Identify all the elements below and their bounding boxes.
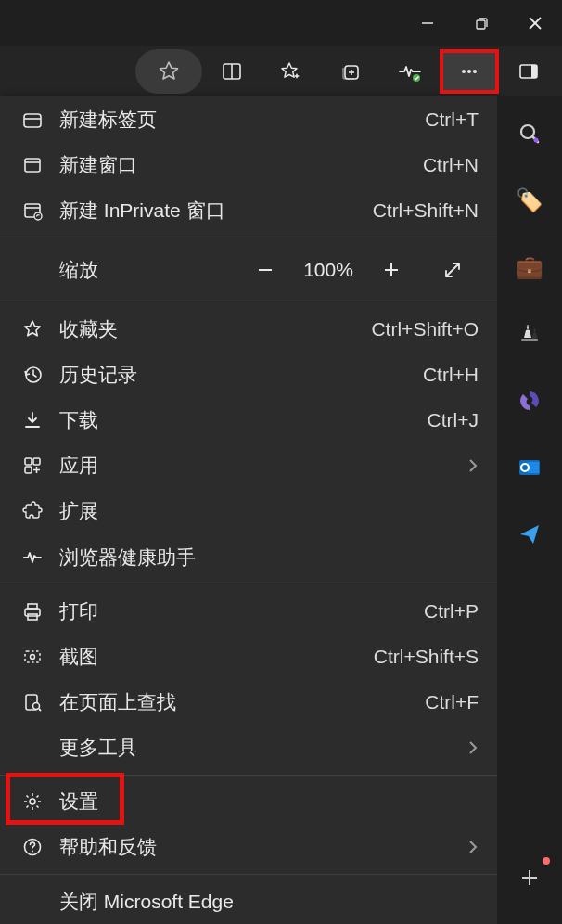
screenshot-label: 截图 <box>59 644 374 670</box>
find-on-page-shortcut: Ctrl+F <box>425 691 479 713</box>
panel-toggle-button[interactable] <box>499 49 558 94</box>
zoom-out-button[interactable] <box>239 249 291 291</box>
history-label: 历史记录 <box>59 362 423 388</box>
svg-rect-1 <box>477 20 485 29</box>
svg-point-37 <box>30 799 35 804</box>
help-feedback-label: 帮助和反馈 <box>59 834 467 860</box>
star-button[interactable] <box>135 49 202 94</box>
svg-rect-31 <box>28 614 37 620</box>
new-tab-menu-item[interactable]: 新建标签页 Ctrl+T <box>0 96 497 142</box>
favorites-sparkle-button[interactable] <box>262 49 321 94</box>
favorites-shortcut: Ctrl+Shift+O <box>371 318 479 340</box>
favorites-label: 收藏夹 <box>59 316 371 342</box>
chevron-right-icon <box>467 740 479 755</box>
minimize-button[interactable] <box>404 5 451 42</box>
settings-label: 设置 <box>59 789 479 815</box>
maximize-button[interactable] <box>458 5 505 42</box>
find-icon <box>19 692 46 712</box>
find-on-page-label: 在页面上查找 <box>59 689 425 715</box>
settings-menu: 新建标签页 Ctrl+T 新建窗口 Ctrl+N 新建 InPrivate 窗口… <box>0 96 497 924</box>
new-window-shortcut: Ctrl+N <box>423 154 479 176</box>
svg-rect-43 <box>521 339 538 341</box>
print-icon <box>19 601 46 622</box>
new-tab-label: 新建标签页 <box>59 107 425 133</box>
svg-rect-27 <box>33 458 40 465</box>
sidebar-send-button[interactable] <box>511 516 548 553</box>
close-app-menu-item[interactable]: 关闭 Microsoft Edge <box>0 879 497 924</box>
sidebar-office-button[interactable] <box>511 382 548 419</box>
favorites-menu-item[interactable]: 收藏夹 Ctrl+Shift+O <box>0 306 497 352</box>
toolbar <box>0 46 562 96</box>
separator <box>0 302 497 302</box>
screenshot-shortcut: Ctrl+Shift+S <box>374 646 479 668</box>
new-tab-shortcut: Ctrl+T <box>425 109 479 131</box>
svg-point-42 <box>534 138 539 143</box>
sidebar-add-button[interactable] <box>511 859 548 896</box>
chevron-right-icon <box>467 840 479 854</box>
zoom-row: 缩放 100% <box>0 241 497 298</box>
svg-rect-32 <box>25 651 40 662</box>
svg-point-10 <box>462 70 466 73</box>
titlebar <box>0 0 562 46</box>
apps-icon <box>19 456 46 476</box>
svg-point-35 <box>33 702 40 709</box>
inprivate-icon <box>19 200 46 221</box>
zoom-in-button[interactable] <box>365 249 417 291</box>
svg-point-39 <box>32 851 33 853</box>
split-screen-button[interactable] <box>202 49 262 94</box>
svg-point-11 <box>467 70 471 73</box>
history-menu-item[interactable]: 历史记录 Ctrl+H <box>0 352 497 397</box>
new-window-label: 新建窗口 <box>59 152 423 178</box>
new-window-menu-item[interactable]: 新建窗口 Ctrl+N <box>0 142 497 187</box>
edge-sidebar: 🏷️ 💼 <box>497 96 562 924</box>
sidebar-briefcase-button[interactable]: 💼 <box>511 249 548 286</box>
sidebar-outlook-button[interactable] <box>511 449 548 486</box>
more-button[interactable] <box>440 49 499 94</box>
notification-dot <box>543 857 550 865</box>
briefcase-icon: 💼 <box>516 256 543 278</box>
help-feedback-menu-item[interactable]: 帮助和反馈 <box>0 825 497 870</box>
sidebar-search-button[interactable] <box>511 115 548 152</box>
sidebar-tag-button[interactable]: 🏷️ <box>511 182 548 219</box>
history-icon <box>19 365 46 385</box>
chevron-right-icon <box>467 458 479 473</box>
zoom-label: 缩放 <box>59 257 198 283</box>
close-app-label: 关闭 Microsoft Edge <box>59 889 479 915</box>
print-label: 打印 <box>59 598 424 624</box>
fullscreen-button[interactable] <box>427 249 479 291</box>
star-icon <box>19 319 46 340</box>
find-on-page-menu-item[interactable]: 在页面上查找 Ctrl+F <box>0 679 497 725</box>
downloads-shortcut: Ctrl+J <box>428 409 479 431</box>
downloads-menu-item[interactable]: 下载 Ctrl+J <box>0 398 497 443</box>
apps-menu-item[interactable]: 应用 <box>0 443 497 489</box>
heartbeat-icon <box>19 547 46 568</box>
settings-menu-item[interactable]: 设置 <box>0 779 497 825</box>
download-icon <box>19 410 46 430</box>
close-button[interactable] <box>512 5 558 42</box>
new-inprivate-shortcut: Ctrl+Shift+N <box>373 199 479 222</box>
gear-icon <box>19 791 46 812</box>
svg-point-33 <box>31 654 35 659</box>
new-inprivate-menu-item[interactable]: 新建 InPrivate 窗口 Ctrl+Shift+N <box>0 187 497 233</box>
svg-rect-26 <box>25 458 32 465</box>
collections-button[interactable] <box>321 49 380 94</box>
window-icon <box>19 155 46 175</box>
svg-rect-14 <box>531 65 537 78</box>
browser-health-button[interactable] <box>380 49 440 94</box>
svg-point-12 <box>473 70 477 73</box>
print-menu-item[interactable]: 打印 Ctrl+P <box>0 588 497 634</box>
svg-rect-28 <box>25 467 32 473</box>
extensions-menu-item[interactable]: 扩展 <box>0 489 497 534</box>
separator <box>0 237 497 237</box>
tab-icon <box>19 109 46 130</box>
browser-health-menu-item[interactable]: 浏览器健康助手 <box>0 534 497 580</box>
apps-label: 应用 <box>59 453 467 479</box>
more-tools-menu-item[interactable]: 更多工具 <box>0 725 497 771</box>
svg-rect-15 <box>24 114 41 127</box>
downloads-label: 下载 <box>59 407 428 433</box>
svg-rect-17 <box>25 159 40 172</box>
sidebar-chess-button[interactable] <box>511 315 548 353</box>
new-inprivate-label: 新建 InPrivate 窗口 <box>59 198 373 224</box>
screenshot-menu-item[interactable]: 截图 Ctrl+Shift+S <box>0 634 497 679</box>
svg-point-21 <box>34 212 42 220</box>
